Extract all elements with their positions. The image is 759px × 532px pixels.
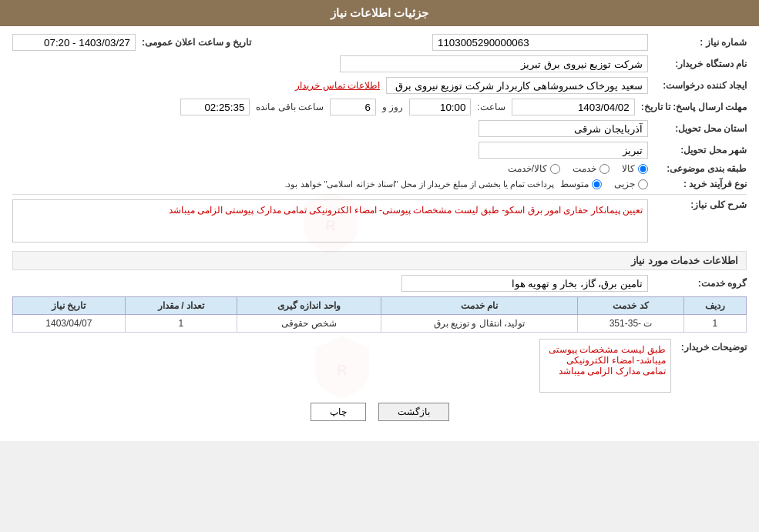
process-motavaset-item: متوسط [560,179,602,189]
category-radio-group: کالا خدمت کالا/خدمت [508,163,648,174]
category-khedmat-label: خدمت [573,163,596,174]
reply-remaining-input[interactable] [180,99,250,115]
requester-row: ایجاد کننده درخواست: اطلاعات تماس خریدار [12,77,747,94]
announce-date-label: تاریخ و ساعت اعلان عمومی: [142,37,251,48]
category-kala-khedmat-item: کالا/خدمت [508,163,560,174]
reply-deadline-label: مهلت ارسال پاسخ: تا تاریخ: [641,102,747,112]
service-group-input[interactable] [401,275,648,292]
col-header-unit: واحد اندازه گیری [237,297,381,315]
services-table: ردیف کد خدمت نام خدمت واحد اندازه گیری ت… [12,296,747,333]
need-number-label: شماره نیاز : [654,37,747,48]
process-label: نوع فرآیند خرید : [654,179,747,189]
col-header-row: ردیف [683,297,746,315]
category-kala-item: کالا [622,163,648,174]
process-jozvi-item: جزیی [614,179,648,189]
cell-unit-1: شخص حقوقی [237,315,381,333]
col-header-name: نام خدمت [381,297,578,315]
page-wrapper: جزئیات اطلاعات نیاز شماره نیاز : تاریخ و… [0,0,759,441]
general-desc-wrapper: تعیین پیمانکار حفاری امور برق اسکو- طبق … [12,199,648,245]
reply-remaining-label: ساعت باقی مانده [256,102,324,112]
buyer-notes-textarea[interactable]: طبق لیست مشخصات پیوستی میباشد- امضاء الک… [539,339,671,393]
buyer-notes-label: توضیحات خریدار: [677,339,747,353]
category-kala-khedmat-label: کالا/خدمت [508,163,547,174]
print-button[interactable]: چاپ [311,403,366,421]
reply-time-label: ساعت: [477,102,505,112]
delivery-province-label: استان محل تحویل: [654,123,747,134]
contact-link[interactable]: اطلاعات تماس خریدار [295,80,380,91]
col-header-date: تاریخ نیاز [13,297,126,315]
page-header: جزئیات اطلاعات نیاز [0,0,759,26]
divider-1 [12,194,747,195]
buyer-station-input[interactable] [340,55,648,72]
back-button[interactable]: بازگشت [378,403,449,421]
col-header-qty: تعداد / مقدار [125,297,237,315]
process-note: پرداخت تمام یا بخشی از مبلغ خریدار از مح… [284,179,554,189]
cell-name-1: تولید، انتقال و توزیع برق [381,315,578,333]
watermark-shield-2: R [311,333,373,402]
delivery-province-row: استان محل تحویل: [12,120,747,137]
need-number-row: شماره نیاز : تاریخ و ساعت اعلان عمومی: [12,34,747,51]
process-jozvi-radio[interactable] [638,179,648,189]
buttons-row: بازگشت چاپ [12,403,747,421]
reply-deadline-row: مهلت ارسال پاسخ: تا تاریخ: ساعت: روز و س… [12,99,747,115]
general-desc-textarea[interactable]: تعیین پیمانکار حفاری امور برق اسکو- طبق … [12,199,648,243]
page-title: جزئیات اطلاعات نیاز [331,6,428,19]
form-content: شماره نیاز : تاریخ و ساعت اعلان عمومی: ن… [0,26,759,441]
table-row: 1 ت -35-351 تولید، انتقال و توزیع برق شخ… [13,315,747,333]
announce-date-input[interactable] [12,34,136,51]
category-row: طبقه بندی موضوعی: کالا خدمت کالا/خدمت [12,163,747,174]
cell-row-1: 1 [683,315,746,333]
process-motavaset-label: متوسط [560,179,589,189]
buyer-notes-wrapper: طبق لیست مشخصات پیوستی میباشد- امضاء الک… [12,339,671,395]
general-desc-row: شرح کلی نیاز: تعیین پیمانکار حفاری امور … [12,199,747,245]
category-kala-radio[interactable] [638,164,648,174]
requester-label: ایجاد کننده درخواست: [654,80,747,91]
reply-time-input[interactable] [409,99,471,115]
svg-text:R: R [337,363,347,378]
cell-code-1: ت -35-351 [578,315,683,333]
process-motavaset-radio[interactable] [592,179,602,189]
reply-date-input[interactable] [512,99,635,115]
buyer-station-label: نام دستگاه خریدار: [654,59,747,69]
process-jozvi-label: جزیی [614,179,635,189]
cell-date-1: 1403/04/07 [13,315,126,333]
process-type-row: نوع فرآیند خرید : جزیی متوسط پرداخت تمام… [12,179,747,189]
buyer-notes-area: توضیحات خریدار: طبق لیست مشخصات پیوستی م… [12,339,747,395]
process-radio-group: جزیی متوسط [560,179,648,189]
general-desc-label: شرح کلی نیاز: [654,199,747,210]
reply-days-label: روز و [382,102,403,112]
services-section-title: اطلاعات خدمات مورد نیاز [12,251,747,270]
delivery-province-input[interactable] [479,120,648,137]
category-kala-khedmat-radio[interactable] [550,164,560,174]
requester-input[interactable] [386,77,648,94]
category-khedmat-radio[interactable] [599,164,610,174]
category-kala-label: کالا [622,163,635,174]
col-header-code: کد خدمت [578,297,683,315]
table-header-row: ردیف کد خدمت نام خدمت واحد اندازه گیری ت… [13,297,747,315]
delivery-city-label: شهر محل تحویل: [654,145,747,156]
service-group-label: گروه خدمت: [654,278,747,289]
buyer-station-row: نام دستگاه خریدار: [12,55,747,72]
reply-days-input[interactable] [330,99,376,115]
category-khedmat-item: خدمت [573,163,610,174]
delivery-city-row: شهر محل تحویل: [12,142,747,159]
service-group-row: گروه خدمت: [12,275,747,292]
delivery-city-input[interactable] [479,142,648,159]
need-number-input[interactable] [432,34,648,51]
cell-qty-1: 1 [125,315,237,333]
category-label: طبقه بندی موضوعی: [654,163,747,174]
